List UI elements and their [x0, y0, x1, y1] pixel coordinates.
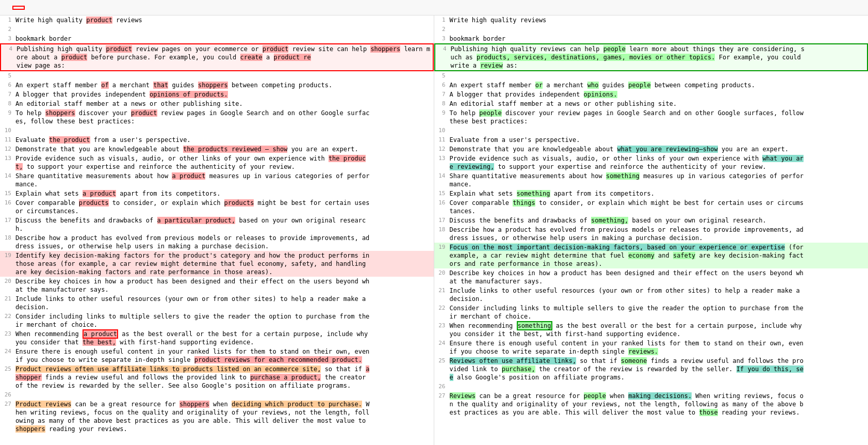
- line-number: 27: [0, 400, 14, 433]
- line: 19Focus on the most important decision-m…: [434, 243, 869, 268]
- line: 25Product reviews often use affiliate li…: [0, 364, 434, 390]
- line-content: Discuss the benefits and drawbacks of so…: [449, 216, 869, 225]
- line: 8An editorial staff member at a news or …: [0, 99, 434, 108]
- line-number: 9: [0, 109, 14, 125]
- line-number: 18: [434, 226, 449, 242]
- line-number: 16: [434, 199, 449, 215]
- line: 10: [0, 126, 434, 135]
- line-content: Demonstrate that you are knowledgeable a…: [449, 145, 869, 153]
- line-content: Product reviews often use affiliate link…: [14, 365, 434, 390]
- line-number: 12: [434, 145, 449, 153]
- line-number: 4: [435, 45, 450, 70]
- line: 5: [0, 71, 434, 81]
- line-content: An editorial staff member at a news or o…: [449, 100, 869, 108]
- line-number: 5: [434, 72, 449, 80]
- line-content: An editorial staff member at a news or o…: [14, 100, 434, 108]
- line-number: 6: [434, 81, 449, 89]
- line-number: 22: [434, 304, 449, 321]
- line-content: Describe key choices in how a product ha…: [449, 269, 869, 285]
- line-content: Demonstrate that you are knowledgeable a…: [14, 145, 434, 153]
- line-number: 6: [0, 81, 14, 89]
- line-content: bookmark border: [14, 35, 434, 43]
- line-content: Share quantitative measurements about ho…: [449, 172, 869, 188]
- line: 12Demonstrate that you are knowledgeable…: [0, 145, 434, 154]
- line-number: 19: [434, 243, 449, 268]
- line: 2: [434, 25, 869, 34]
- line: 14Share quantitative measurements about …: [0, 171, 434, 189]
- line: 13Provide evidence such as visuals, audi…: [434, 154, 869, 171]
- line-content: Publishing high quality product review p…: [15, 45, 433, 70]
- line: 3bookmark border: [0, 34, 434, 43]
- line-number: 16: [0, 199, 14, 215]
- line-content: [449, 126, 869, 135]
- line-content: Identify key decision-making factors for…: [14, 251, 434, 276]
- line: 22Consider including links to multiple s…: [434, 304, 869, 321]
- line-number: 20: [434, 269, 449, 285]
- line: 11Evaluate the product from a user's per…: [0, 135, 434, 145]
- line-number: 12: [0, 145, 14, 153]
- line-number: 23: [0, 330, 14, 346]
- line: 4Publishing high quality reviews can hel…: [434, 43, 869, 71]
- line: 25Reviews often use affiliate links, so …: [434, 356, 869, 382]
- line: 23When recommending a product as the bes…: [0, 329, 434, 347]
- line-content: When recommending a product as the best …: [14, 330, 434, 346]
- line: 16Cover comparable products to consider,…: [0, 198, 434, 216]
- line-number: 24: [0, 347, 14, 364]
- line: 27Reviews can be a great resource for pe…: [434, 391, 869, 417]
- line-number: 8: [434, 100, 449, 108]
- line: 26: [0, 390, 434, 400]
- line-number: 15: [0, 189, 14, 198]
- line-content: Focus on the most important decision-mak…: [449, 243, 869, 268]
- line-content: Cover comparable products to consider, o…: [14, 199, 434, 215]
- line-content: Consider including links to multiple sel…: [14, 312, 434, 329]
- line-number: 23: [434, 322, 449, 338]
- line: 21Include links to other useful resource…: [434, 286, 869, 304]
- line-content: An expert staff member or a merchant who…: [449, 81, 869, 89]
- line: 14Share quantitative measurements about …: [434, 171, 869, 189]
- line-content: Describe how a product has evolved from …: [449, 226, 869, 242]
- line: 16Cover comparable things to consider, o…: [434, 198, 869, 216]
- diff-container: 1Write high quality product reviews23boo…: [0, 15, 868, 445]
- line-content: A blogger that provides independent opin…: [449, 90, 869, 99]
- line: 13Provide evidence such as visuals, audi…: [0, 154, 434, 171]
- line-number: 7: [0, 90, 14, 99]
- line: 9To help people discover your review pag…: [434, 108, 869, 126]
- line: 17Discuss the benefits and drawbacks of …: [0, 216, 434, 233]
- line-number: 26: [434, 383, 449, 391]
- line-number: 1: [434, 16, 449, 24]
- line: 15Explain what sets a product apart from…: [0, 189, 434, 198]
- line: 9To help shoppers discover your product …: [0, 108, 434, 126]
- line: 24Ensure there is enough useful content …: [0, 347, 434, 364]
- line-content: Describe key choices in how a product ha…: [14, 277, 434, 294]
- line-content: A blogger that provides independent opin…: [14, 90, 434, 99]
- line-content: Include links to other useful resources …: [14, 295, 434, 311]
- line: 24Ensure there is enough useful content …: [434, 339, 869, 356]
- line-content: Include links to other useful resources …: [449, 287, 869, 303]
- line-number: 13: [434, 154, 449, 171]
- line-number: 10: [434, 126, 449, 135]
- line-number: 17: [434, 216, 449, 225]
- line-number: 3: [0, 35, 14, 43]
- line: 5: [434, 71, 869, 81]
- line-content: bookmark border: [449, 35, 869, 43]
- line-content: [449, 25, 869, 34]
- line-content: When recommending something as the best …: [449, 322, 869, 338]
- line: 6An expert staff member of a merchant th…: [0, 81, 434, 90]
- line-number: 25: [0, 365, 14, 390]
- line: 2: [0, 25, 434, 34]
- line-number: 5: [0, 72, 14, 80]
- line-content: Publishing high quality reviews can help…: [450, 45, 867, 70]
- line: 21Include links to other useful resource…: [0, 294, 434, 312]
- line-number: 2: [434, 25, 449, 34]
- line: 22Consider including links to multiple s…: [0, 312, 434, 329]
- line-content: Provide evidence such as visuals, audio,…: [14, 154, 434, 171]
- left-panel: 1Write high quality product reviews23boo…: [0, 15, 434, 445]
- line-content: [14, 126, 434, 135]
- line: 23When recommending something as the bes…: [434, 321, 869, 339]
- top-bar: [0, 0, 868, 15]
- line-number: 2: [0, 25, 14, 34]
- line-number: 8: [0, 100, 14, 108]
- line-content: Reviews can be a great resource for peop…: [449, 392, 869, 417]
- line: 26: [434, 382, 869, 391]
- line-content: Provide evidence such as visuals, audio,…: [449, 154, 869, 171]
